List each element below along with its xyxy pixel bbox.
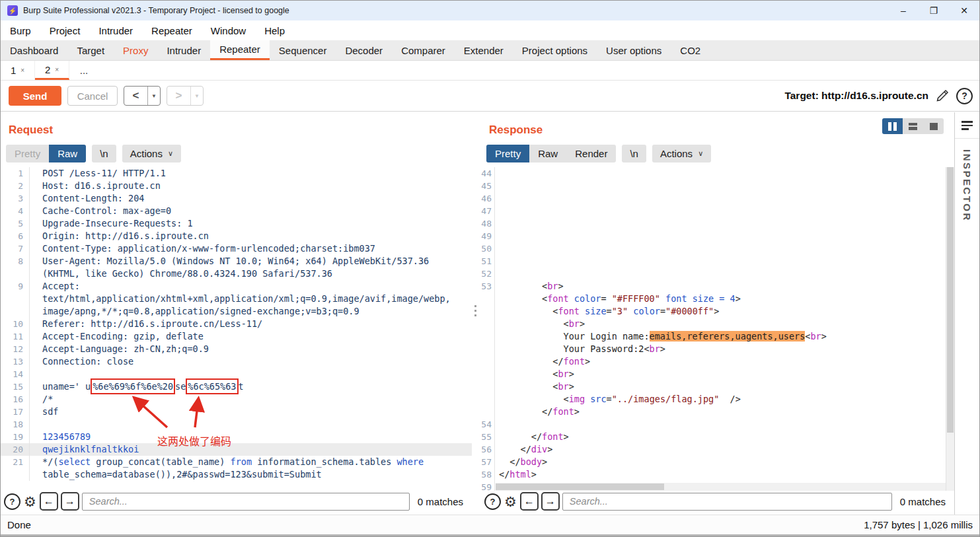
forward-dropdown-icon[interactable]: ▼: [190, 87, 203, 105]
request-title: Request: [9, 124, 53, 137]
menu-help[interactable]: Help: [255, 25, 294, 36]
tab-comparer[interactable]: Comparer: [392, 40, 455, 60]
menu-burp[interactable]: Burp: [1, 25, 40, 36]
tab-co2[interactable]: CO2: [671, 40, 710, 60]
tab-intruder[interactable]: Intruder: [157, 40, 210, 60]
help-icon[interactable]: ?: [956, 88, 973, 104]
response-tab-newline[interactable]: \n: [622, 145, 646, 162]
single-layout-icon[interactable]: [923, 118, 944, 134]
code-line: <br>: [481, 318, 954, 330]
code-line: 55 </font>: [481, 431, 954, 443]
code-line: 48: [481, 217, 954, 230]
burp-window: ⚡ Burp Suite Professional v2021.3 - Temp…: [0, 0, 980, 537]
tab-project-options[interactable]: Project options: [513, 40, 597, 60]
divider: [955, 138, 979, 139]
minimize-icon[interactable]: –: [888, 1, 919, 20]
tab-dashboard[interactable]: Dashboard: [1, 40, 67, 60]
code-line: 56 </div>: [481, 443, 954, 456]
inspector-menu-icon[interactable]: [961, 121, 973, 130]
request-editor[interactable]: 1POST /Less-11/ HTTP/1.12Host: d16.s.ipr…: [1, 167, 472, 491]
scrollbar-thumb[interactable]: [496, 483, 664, 490]
tab-user-options[interactable]: User options: [597, 40, 671, 60]
repeater-tab-2[interactable]: 2 ×: [35, 61, 69, 80]
request-tab-raw[interactable]: Raw: [49, 145, 86, 162]
pane-splitter[interactable]: [472, 112, 481, 515]
forward-arrow-icon[interactable]: >: [167, 87, 190, 105]
code-line: 5Upgrade-Insecure-Requests: 1: [1, 217, 472, 230]
code-line: 47: [481, 205, 954, 217]
code-line: 52: [481, 268, 954, 280]
tab-repeater[interactable]: Repeater: [210, 40, 270, 60]
layout-view-buttons: [882, 118, 944, 134]
search-settings-gear-icon[interactable]: ⚙: [504, 495, 517, 509]
search-next-icon[interactable]: →: [61, 492, 79, 511]
request-pane: Request Pretty Raw \n Actions ∨ 1POST /L…: [1, 112, 472, 515]
response-tab-render[interactable]: Render: [566, 145, 616, 162]
stacked-layout-icon[interactable]: [903, 118, 923, 134]
tab-close-icon[interactable]: ×: [55, 66, 59, 73]
repeater-tab-2-label: 2: [45, 64, 50, 75]
edit-target-pencil-icon[interactable]: [934, 88, 950, 104]
search-next-icon[interactable]: →: [541, 492, 560, 511]
send-button[interactable]: Send: [9, 86, 61, 106]
tab-proxy[interactable]: Proxy: [114, 40, 157, 60]
code-line: <br>: [481, 380, 954, 393]
close-icon[interactable]: ✕: [949, 1, 979, 20]
tab-close-icon[interactable]: ×: [20, 67, 24, 74]
response-tab-pretty[interactable]: Pretty: [486, 145, 529, 162]
splitter-grip-icon[interactable]: [474, 305, 476, 316]
menu-intruder[interactable]: Intruder: [89, 25, 142, 36]
window-title: Burp Suite Professional v2021.3 - Tempor…: [23, 6, 289, 15]
inspector-label[interactable]: INSPECTOR: [961, 149, 973, 222]
response-actions-button[interactable]: Actions ∨: [652, 145, 711, 162]
tab-extender[interactable]: Extender: [455, 40, 513, 60]
repeater-tab-1[interactable]: 1 ×: [1, 61, 35, 80]
response-editor[interactable]: 44454647484950515253 <br> <font color= "…: [481, 167, 954, 491]
request-tab-pretty[interactable]: Pretty: [6, 145, 49, 162]
menu-project[interactable]: Project: [40, 25, 90, 36]
menu-window[interactable]: Window: [202, 25, 255, 36]
code-line: 44: [481, 167, 954, 180]
code-line: text/html,application/xhtml+xml,applicat…: [1, 293, 472, 305]
response-vertical-scrollbar[interactable]: [946, 167, 954, 491]
request-search-input[interactable]: [82, 493, 410, 511]
menu-bar: Burp Project Intruder Repeater Window He…: [1, 20, 979, 40]
maximize-icon[interactable]: ❐: [919, 1, 949, 20]
tab-target[interactable]: Target: [67, 40, 114, 60]
repeater-tab-more[interactable]: ...: [69, 61, 98, 80]
code-line: </font>: [481, 406, 954, 418]
code-line: 7Content-Type: application/x-www-form-ur…: [1, 242, 472, 255]
history-forward-button[interactable]: > ▼: [167, 86, 204, 106]
response-horizontal-scrollbar[interactable]: [496, 483, 946, 491]
search-help-icon[interactable]: ?: [484, 493, 501, 510]
history-back-button[interactable]: < ▼: [124, 86, 161, 106]
inspector-rail: INSPECTOR: [954, 112, 979, 515]
side-by-side-layout-icon[interactable]: [882, 118, 903, 134]
request-actions-button[interactable]: Actions ∨: [122, 145, 181, 162]
code-line: 2Host: d16.s.iproute.cn: [1, 180, 472, 192]
scrollbar-thumb[interactable]: [947, 167, 954, 433]
code-line: 8User-Agent: Mozilla/5.0 (Windows NT 10.…: [1, 255, 472, 268]
response-search-input[interactable]: [562, 493, 892, 511]
search-prev-icon[interactable]: ←: [520, 492, 539, 511]
request-tab-newline[interactable]: \n: [92, 145, 116, 162]
back-dropdown-icon[interactable]: ▼: [147, 87, 160, 105]
search-settings-gear-icon[interactable]: ⚙: [24, 495, 36, 509]
code-line: 53 <br>: [481, 280, 954, 293]
burp-app-icon: ⚡: [7, 5, 18, 16]
cancel-button[interactable]: Cancel: [67, 86, 118, 106]
back-arrow-icon[interactable]: <: [124, 87, 147, 105]
code-line: 11Accept-Encoding: gzip, deflate: [1, 330, 472, 343]
search-help-icon[interactable]: ?: [4, 493, 20, 510]
chevron-down-icon: ∨: [168, 149, 173, 158]
code-line: 10Referer: http://d16.s.iproute.cn/Less-…: [1, 318, 472, 330]
search-prev-icon[interactable]: ←: [40, 492, 58, 511]
code-line: 46: [481, 192, 954, 205]
menu-repeater[interactable]: Repeater: [142, 25, 202, 36]
tab-sequencer[interactable]: Sequencer: [270, 40, 336, 60]
response-pane: Response Pretty Raw Render \n Actions ∨ …: [481, 112, 954, 515]
code-line: image/apng,*/*;q=0.8,application/signed-…: [1, 305, 472, 318]
tab-decoder[interactable]: Decoder: [336, 40, 392, 60]
response-tab-raw[interactable]: Raw: [529, 145, 566, 162]
code-line: (KHTML, like Gecko) Chrome/88.0.4324.190…: [1, 268, 472, 280]
